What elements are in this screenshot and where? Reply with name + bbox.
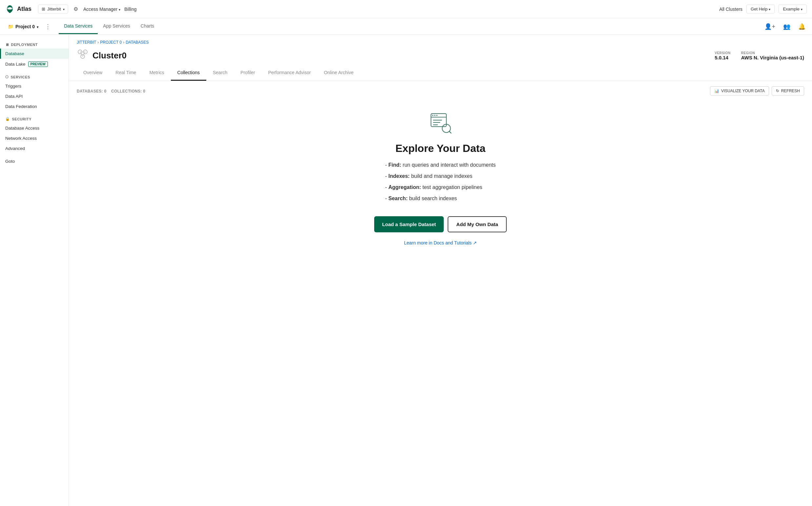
invite-user-button[interactable]: 👤+ (763, 22, 777, 31)
sidebar-item-goto[interactable]: Goto (0, 156, 69, 166)
puzzle-icon: ⬡ (5, 75, 9, 79)
project-selector[interactable]: 📁 Project 0 (5, 23, 41, 30)
tab-app-services[interactable]: App Services (98, 19, 135, 34)
visualize-data-button[interactable]: 📊 VISUALIZE YOUR DATA (710, 86, 769, 95)
collections-stats: DATABASES: 0 COLLECTIONS: 0 📊 VISUALIZE … (77, 86, 804, 95)
tab-collections[interactable]: Collections (171, 65, 206, 81)
tab-data-services[interactable]: Data Services (59, 19, 98, 34)
tab-profiler[interactable]: Profiler (234, 65, 262, 81)
access-manager-chevron-icon (119, 7, 120, 12)
content-tabs: Overview Real Time Metrics Collections S… (69, 65, 812, 81)
collections-area: DATABASES: 0 COLLECTIONS: 0 📊 VISUALIZE … (69, 81, 812, 266)
feature-aggregation: - Aggregation: test aggregation pipeline… (385, 183, 496, 191)
more-options-button[interactable]: ⋮ (42, 22, 54, 31)
bar-chart-icon: 📊 (714, 89, 719, 93)
sidebar: 🖥 DEPLOYMENT Database Data Lake PREVIEW … (0, 35, 69, 506)
nav-right: All Clusters Get Help Example (719, 5, 807, 13)
org-name: Jitterbit (47, 7, 61, 11)
region-value: AWS N. Virginia (us-east-1) (741, 55, 804, 60)
svg-point-8 (432, 115, 433, 116)
project-name: Project 0 (15, 24, 35, 29)
secondary-nav: 📁 Project 0 ⋮ Data Services App Services… (0, 18, 812, 35)
svg-point-9 (434, 115, 435, 116)
sidebar-item-triggers[interactable]: Triggers (0, 81, 69, 91)
add-own-data-button[interactable]: Add My Own Data (448, 216, 507, 232)
external-link-icon: ↗ (473, 240, 477, 245)
sidebar-item-network-access[interactable]: Network Access (0, 133, 69, 143)
server-icon: 🖥 (5, 43, 9, 47)
notifications-button[interactable]: 🔔 (797, 22, 807, 31)
access-manager-link[interactable]: Access Manager (83, 7, 120, 12)
feature-search: - Search: build search indexes (385, 194, 496, 202)
explore-icon (429, 111, 452, 136)
shared-icon-button[interactable]: 👥 (782, 22, 792, 31)
secondary-nav-right: 👤+ 👥 🔔 (763, 22, 807, 31)
explore-center: Explore Your Data - Find: run queries an… (77, 95, 804, 261)
databases-stat: DATABASES: 0 COLLECTIONS: 0 (77, 89, 145, 93)
tab-online-archive[interactable]: Online Archive (317, 65, 360, 81)
main-content: JITTERBIT › PROJECT 0 › DATABASES (69, 35, 812, 506)
explore-data-icon (429, 111, 452, 135)
tab-real-time[interactable]: Real Time (109, 65, 143, 81)
get-help-chevron-icon (769, 7, 770, 11)
tab-metrics[interactable]: Metrics (143, 65, 171, 81)
feature-indexes: - Indexes: build and manage indexes (385, 172, 496, 180)
folder-icon: 📁 (8, 24, 13, 29)
svg-line-5 (83, 52, 85, 57)
cluster-svg-icon (77, 49, 89, 60)
security-section-label: 🔒 SECURITY (0, 114, 69, 123)
grid-icon: ⊞ (42, 7, 45, 11)
sidebar-item-database-access[interactable]: Database Access (0, 123, 69, 133)
sidebar-item-advanced[interactable]: Advanced (0, 143, 69, 154)
breadcrumb-project[interactable]: PROJECT 0 (100, 40, 122, 45)
cluster-header: Cluster0 VERSION 5.0.14 REGION AWS N. Vi… (69, 45, 812, 63)
billing-link[interactable]: Billing (124, 7, 136, 12)
atlas-logo-icon (5, 5, 14, 14)
breadcrumb-sep-2: › (123, 40, 124, 45)
cta-buttons: Load a Sample Dataset Add My Own Data (374, 216, 507, 232)
org-selector[interactable]: ⊞ Jitterbit (38, 5, 68, 13)
settings-button[interactable]: ⚙ (72, 5, 79, 13)
load-sample-dataset-button[interactable]: Load a Sample Dataset (374, 216, 444, 232)
cluster-left: Cluster0 (77, 49, 127, 63)
secondary-tabs: Data Services App Services Charts (59, 19, 160, 34)
explore-features-list: - Find: run queries and interact with do… (385, 161, 496, 206)
docs-tutorials-link[interactable]: Learn more in Docs and Tutorials ↗ (404, 240, 477, 245)
cluster-name: Cluster0 (93, 51, 127, 61)
meta-version: VERSION 5.0.14 (715, 51, 731, 60)
sidebar-item-data-api[interactable]: Data API (0, 91, 69, 101)
org-chevron-icon (63, 7, 65, 11)
cluster-meta: VERSION 5.0.14 REGION AWS N. Virginia (u… (715, 51, 804, 60)
get-help-button[interactable]: Get Help (746, 5, 775, 13)
breadcrumb-section[interactable]: DATABASES (126, 40, 148, 45)
refresh-icon: ↻ (776, 89, 779, 93)
example-button[interactable]: Example (779, 5, 807, 13)
version-label: VERSION (715, 51, 731, 55)
region-label: REGION (741, 51, 804, 55)
explore-title: Explore Your Data (396, 143, 485, 155)
sidebar-item-data-federation[interactable]: Data Federation (0, 101, 69, 111)
stats-info: DATABASES: 0 COLLECTIONS: 0 (77, 88, 145, 93)
feature-find: - Find: run queries and interact with do… (385, 161, 496, 169)
lock-icon: 🔒 (5, 117, 10, 121)
tab-search[interactable]: Search (206, 65, 234, 81)
all-clusters-link[interactable]: All Clusters (719, 7, 742, 12)
breadcrumb: JITTERBIT › PROJECT 0 › DATABASES (69, 35, 812, 45)
cluster-icon (77, 49, 89, 63)
logo-area: Atlas (5, 5, 31, 14)
tab-performance-advisor[interactable]: Performance Advisor (262, 65, 317, 81)
tab-overview[interactable]: Overview (77, 65, 109, 81)
example-chevron-icon (801, 7, 803, 11)
action-buttons: 📊 VISUALIZE YOUR DATA ↻ REFRESH (710, 86, 804, 95)
tab-charts[interactable]: Charts (135, 19, 160, 34)
sidebar-item-data-lake[interactable]: Data Lake PREVIEW (0, 59, 69, 70)
deployment-section-label: 🖥 DEPLOYMENT (0, 40, 69, 49)
refresh-button[interactable]: ↻ REFRESH (772, 86, 804, 95)
services-section-label: ⬡ SERVICES (0, 72, 69, 81)
preview-badge: PREVIEW (28, 61, 48, 67)
breadcrumb-sep-1: › (97, 40, 99, 45)
svg-line-4 (80, 52, 83, 57)
sidebar-item-database[interactable]: Database (0, 49, 69, 59)
breadcrumb-org[interactable]: JITTERBIT (77, 40, 96, 45)
project-chevron-icon (37, 24, 38, 29)
